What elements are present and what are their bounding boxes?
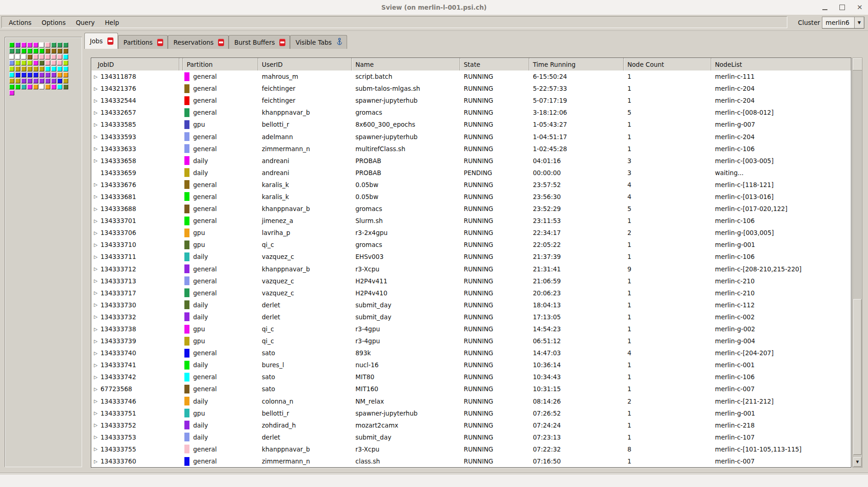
node-square[interactable] <box>15 60 20 65</box>
table-row[interactable]: ▷ 134333658 daily andreani PROBAB RUNNIN… <box>91 155 851 167</box>
table-row[interactable]: ▷ 134333711 daily vazquez_c EHSv003 RUNN… <box>91 251 851 263</box>
node-square[interactable] <box>51 54 56 59</box>
table-row[interactable]: ▷ 134333752 daily zohdirad_h mozart2camx… <box>91 419 851 431</box>
node-square[interactable] <box>57 84 62 89</box>
node-square[interactable] <box>63 84 68 89</box>
row-expander-icon[interactable]: ▷ <box>92 230 99 235</box>
node-square[interactable] <box>21 84 26 89</box>
table-row[interactable]: ▷ 134332657 general khanppnavar_b gromac… <box>91 106 851 118</box>
node-square[interactable] <box>33 66 38 71</box>
row-expander-icon[interactable]: ▷ <box>92 314 99 319</box>
node-square[interactable] <box>57 72 62 77</box>
node-square[interactable] <box>63 48 68 53</box>
node-square[interactable] <box>21 66 26 71</box>
table-row[interactable]: ▷ 134333742 general sato MIT80 RUNNING 1… <box>91 371 851 383</box>
node-square[interactable] <box>57 54 62 59</box>
table-row[interactable]: ▷ 134333717 general vazquez_c H2P4v410 R… <box>91 287 851 299</box>
node-square[interactable] <box>15 54 20 59</box>
row-expander-icon[interactable]: ▷ <box>92 363 99 368</box>
table-row[interactable]: ▷ 134333633 general zimmermann_n multire… <box>91 143 851 155</box>
node-square[interactable] <box>15 84 20 89</box>
node-square[interactable] <box>27 42 32 47</box>
row-expander-icon[interactable]: ▷ <box>92 339 99 344</box>
table-row[interactable]: ▷ 134333732 daily derlet submit_day RUNN… <box>91 311 851 323</box>
node-square[interactable] <box>63 78 68 83</box>
node-square[interactable] <box>63 60 68 65</box>
node-square[interactable] <box>9 42 14 47</box>
row-expander-icon[interactable]: ▷ <box>92 122 99 127</box>
node-square[interactable] <box>51 48 56 53</box>
table-row[interactable]: ▷ 134333710 gpu qi_c gromacs RUNNING 22:… <box>91 239 851 251</box>
remove-tab-icon[interactable] <box>279 39 285 46</box>
node-square[interactable] <box>39 66 44 71</box>
table-row[interactable]: ▷ 134333701 general jimenez_a Slurm.sh R… <box>91 215 851 227</box>
node-square[interactable] <box>33 72 38 77</box>
node-square[interactable] <box>39 48 44 53</box>
node-square[interactable] <box>27 66 32 71</box>
node-square[interactable] <box>57 42 62 47</box>
table-row[interactable]: ▷ 134332544 general feichtinger spawner-… <box>91 94 851 106</box>
column-header-state[interactable]: State <box>460 58 529 70</box>
node-square[interactable] <box>39 60 44 65</box>
tab-visible-tabs[interactable]: Visible Tabs <box>290 35 347 49</box>
node-square[interactable] <box>51 66 56 71</box>
node-square[interactable] <box>21 42 26 47</box>
row-expander-icon[interactable]: ▷ <box>92 206 99 211</box>
row-expander-icon[interactable]: ▷ <box>92 290 99 295</box>
row-expander-icon[interactable]: ▷ <box>92 422 99 428</box>
row-expander-icon[interactable]: ▷ <box>92 375 99 380</box>
scrollbar-corner-button[interactable] <box>853 58 862 70</box>
table-row[interactable]: ▷ 134333740 general sato 893k RUNNING 14… <box>91 347 851 359</box>
node-square[interactable] <box>39 78 44 83</box>
tab-burst-buffers[interactable]: Burst Buffers <box>229 35 290 49</box>
column-header-userid[interactable]: UserID <box>258 58 352 70</box>
node-square[interactable] <box>51 42 56 47</box>
column-header-time-running[interactable]: Time Running <box>529 58 624 70</box>
node-square[interactable] <box>15 66 20 71</box>
table-row[interactable]: ▷ 134333585 gpu bellotti_r 8x600_300_epo… <box>91 118 851 130</box>
table-row[interactable]: ▷ 134333746 daily colonna_n NM_relax RUN… <box>91 395 851 407</box>
node-square[interactable] <box>15 72 20 77</box>
node-square[interactable] <box>27 84 32 89</box>
node-square[interactable] <box>33 42 38 47</box>
table-row[interactable]: ▷ 67723568 general sato MIT160 RUNNING 1… <box>91 383 851 395</box>
row-expander-icon[interactable]: ▷ <box>92 74 99 79</box>
column-header-nodelist[interactable]: NodeList <box>711 58 851 70</box>
node-square[interactable] <box>9 54 14 59</box>
node-square[interactable] <box>9 66 14 71</box>
node-square[interactable] <box>33 54 38 59</box>
row-expander-icon[interactable]: ▷ <box>92 218 99 223</box>
node-square[interactable] <box>51 60 56 65</box>
node-square[interactable] <box>33 78 38 83</box>
table-row[interactable]: ▷ 134333659 daily andreani PROBAB PENDIN… <box>91 167 851 179</box>
row-expander-icon[interactable]: ▷ <box>92 194 99 199</box>
column-header-name[interactable]: Name <box>352 58 460 70</box>
table-row[interactable]: ▷ 134333753 daily derlet submit_day RUNN… <box>91 431 851 443</box>
row-expander-icon[interactable]: ▷ <box>92 434 99 440</box>
row-expander-icon[interactable]: ▷ <box>92 327 99 332</box>
node-square[interactable] <box>27 48 32 53</box>
node-square[interactable] <box>45 72 50 77</box>
node-square[interactable] <box>21 78 26 83</box>
node-square[interactable] <box>27 72 32 77</box>
node-square[interactable] <box>9 90 14 95</box>
row-expander-icon[interactable]: ▷ <box>92 446 99 452</box>
column-header-jobid[interactable]: JobID <box>91 58 179 70</box>
row-expander-icon[interactable]: ▷ <box>92 254 99 259</box>
column-header-partition[interactable]: Partition <box>183 58 258 70</box>
node-square[interactable] <box>51 78 56 83</box>
row-expander-icon[interactable]: ▷ <box>92 86 99 91</box>
remove-tab-icon[interactable] <box>157 39 163 46</box>
node-square[interactable] <box>45 60 50 65</box>
table-row[interactable]: ▷ 134333713 general vazquez_c H2P4v411 R… <box>91 275 851 287</box>
table-row[interactable]: ▷ 134333739 gpu qi_c r3-4gpu RUNNING 06:… <box>91 335 851 347</box>
node-square[interactable] <box>21 60 26 65</box>
node-square[interactable] <box>39 84 44 89</box>
cluster-select[interactable]: merlin6 ▼ <box>822 17 864 29</box>
table-row[interactable]: ▷ 134333751 gpu bellotti_r spawner-jupyt… <box>91 407 851 419</box>
row-expander-icon[interactable]: ▷ <box>92 411 99 416</box>
node-square[interactable] <box>27 54 32 59</box>
maximize-button[interactable] <box>838 4 846 11</box>
node-square[interactable] <box>57 48 62 53</box>
row-expander-icon[interactable]: ▷ <box>92 459 99 464</box>
